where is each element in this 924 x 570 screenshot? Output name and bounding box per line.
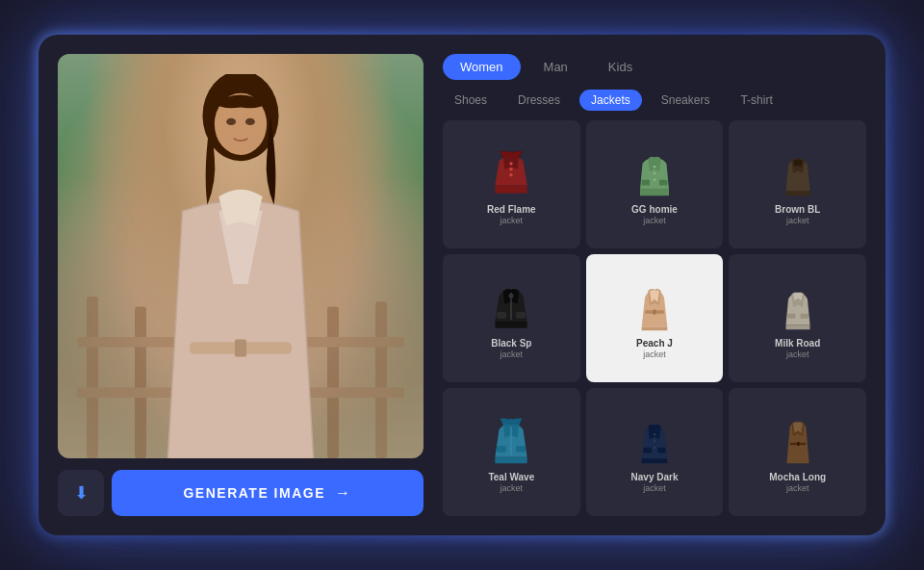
product-image-black-sp [484, 280, 538, 334]
svg-rect-1 [135, 307, 146, 459]
subtab-jackets[interactable]: Jackets [579, 90, 642, 111]
product-type-7: jacket [500, 483, 524, 493]
svg-rect-33 [516, 446, 526, 453]
subcategory-tabs: Shoes Dresses Jackets Sneakers T-shirt [443, 90, 866, 111]
svg-rect-6 [375, 301, 387, 458]
subtab-sneakers[interactable]: Sneakers [650, 90, 722, 111]
svg-rect-10 [235, 339, 246, 356]
svg-rect-21 [642, 179, 650, 185]
subtab-shoes[interactable]: Shoes [443, 90, 499, 111]
product-card-peach-j[interactable]: Peach J jacket [586, 254, 724, 382]
product-type-6: jacket [786, 350, 809, 359]
products-grid: Red Flame jacket [443, 120, 866, 516]
svg-point-14 [245, 118, 255, 125]
svg-point-34 [654, 433, 656, 436]
category-tabs: Women Man Kids [443, 54, 866, 80]
svg-rect-40 [797, 441, 800, 445]
product-type-2: jacket [643, 216, 666, 225]
product-type-8: jacket [643, 483, 666, 493]
product-card-red-flame[interactable]: Red Flame jacket [443, 120, 580, 248]
tab-kids[interactable]: Kids [591, 54, 650, 80]
svg-point-36 [654, 446, 656, 449]
product-image-teal-wave [484, 414, 538, 468]
svg-rect-37 [643, 447, 651, 453]
product-name-1: Red Flame [487, 204, 536, 216]
product-name-2: GG homie [631, 204, 678, 216]
svg-rect-30 [800, 313, 808, 318]
product-image-red-flame [484, 146, 538, 200]
svg-point-26 [509, 293, 514, 298]
product-image-navy-dark [628, 414, 681, 468]
product-image-mocha-long [771, 414, 825, 468]
product-name-7: Teal Wave [488, 472, 534, 483]
svg-rect-32 [497, 446, 506, 453]
svg-rect-25 [516, 312, 526, 319]
product-type-5: jacket [643, 350, 666, 359]
product-card-black-sp[interactable]: Black Sp jacket [443, 254, 580, 382]
svg-rect-0 [87, 297, 98, 458]
product-card-gg-homie[interactable]: GG homie jacket [586, 120, 724, 248]
product-type-4: jacket [500, 350, 524, 359]
svg-rect-38 [657, 447, 665, 453]
product-name-5: Peach J [636, 338, 673, 350]
generate-bar: ⬇ GENERATE IMAGE → [58, 470, 424, 516]
left-panel: ⬇ GENERATE IMAGE → [58, 54, 424, 516]
generate-button-label: GENERATE IMAGE [183, 485, 325, 501]
svg-point-18 [654, 166, 656, 168]
app-container: ⬇ GENERATE IMAGE → Women Man Kids Shoes … [38, 35, 886, 535]
svg-point-19 [654, 171, 656, 174]
model-figure [58, 54, 424, 458]
product-card-milk-road[interactable]: Milk Road jacket [729, 254, 866, 382]
svg-point-17 [510, 173, 513, 176]
svg-point-20 [654, 178, 656, 181]
image-preview [58, 54, 424, 458]
product-image-gg-homie [628, 146, 681, 200]
product-name-8: Navy Dark [631, 472, 679, 483]
product-card-brown-bl[interactable]: Brown BL jacket [729, 120, 866, 248]
product-card-navy-dark[interactable]: Navy Dark jacket [586, 388, 724, 516]
subtab-tshirt[interactable]: T-shirt [729, 90, 783, 111]
subtab-dresses[interactable]: Dresses [506, 90, 572, 111]
svg-point-15 [510, 162, 513, 165]
product-name-4: Black Sp [491, 338, 531, 350]
product-type-9: jacket [786, 483, 809, 493]
svg-rect-29 [787, 313, 795, 318]
product-type-1: jacket [500, 216, 524, 225]
svg-rect-28 [653, 309, 655, 314]
product-card-mocha-long[interactable]: Mocha Long jacket [729, 388, 866, 516]
product-card-teal-wave[interactable]: Teal Wave jacket [443, 388, 580, 516]
product-type-3: jacket [786, 216, 809, 225]
product-image-milk-road [771, 280, 825, 334]
tab-man[interactable]: Man [526, 54, 585, 80]
product-name-3: Brown BL [775, 204, 820, 216]
svg-point-13 [226, 118, 236, 125]
tab-women[interactable]: Women [443, 54, 521, 80]
arrow-icon: → [335, 484, 352, 502]
svg-rect-22 [659, 179, 667, 185]
product-image-brown-bl [771, 146, 825, 200]
product-image-peach-j [628, 280, 681, 334]
svg-point-35 [654, 439, 656, 442]
product-name-6: Milk Road [775, 338, 820, 350]
product-name-9: Mocha Long [769, 472, 826, 483]
generate-button[interactable]: GENERATE IMAGE → [112, 470, 424, 516]
svg-point-16 [510, 168, 513, 170]
svg-rect-24 [497, 312, 506, 319]
download-button[interactable]: ⬇ [58, 470, 104, 516]
right-panel: Women Man Kids Shoes Dresses Jackets Sne… [443, 54, 866, 516]
download-icon: ⬇ [74, 482, 89, 504]
